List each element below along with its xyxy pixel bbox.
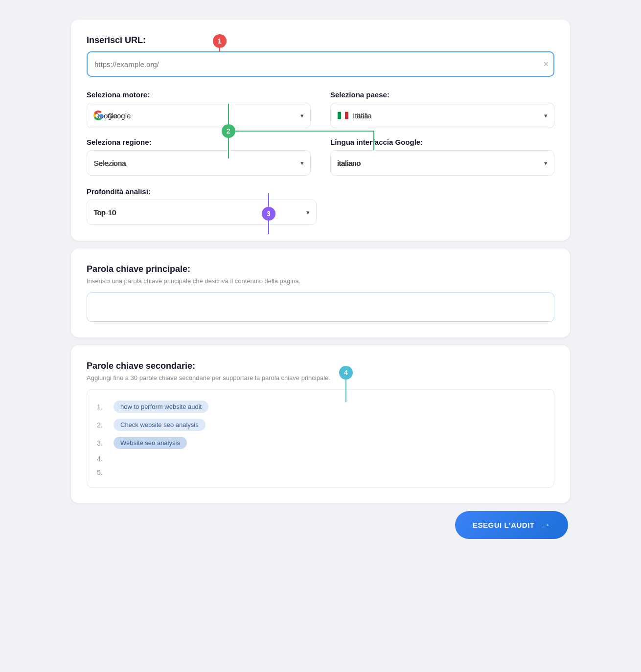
primary-kw-subtitle: Inserisci una parola chiave principale c…: [87, 277, 554, 285]
kw-item-4[interactable]: 4.: [97, 452, 544, 466]
depth-select[interactable]: Top-10 Top-20 Top-30: [87, 200, 317, 225]
url-label: Inserisci URL:: [87, 35, 554, 45]
submit-button[interactable]: ESEGUI L'AUDIT →: [455, 511, 568, 539]
submit-arrow-icon: →: [542, 520, 551, 530]
url-clear-button[interactable]: ×: [543, 59, 549, 69]
depth-label: Profondità analisi:: [87, 187, 317, 196]
region-select[interactable]: Seleziona: [87, 150, 311, 176]
url-input[interactable]: [87, 51, 554, 77]
submit-row: ESEGUI L'AUDIT →: [71, 511, 570, 544]
secondary-kw-list: 1. how to perform website audit 2. Check…: [87, 389, 554, 488]
primary-kw-title: Parola chiave principale:: [87, 264, 554, 274]
country-select[interactable]: Italia: [330, 103, 554, 128]
secondary-kw-subtitle: Aggiungi fino a 30 parole chiave seconda…: [87, 374, 554, 381]
kw-item-5[interactable]: 5.: [97, 466, 544, 479]
engine-label: Seleziona motore:: [87, 90, 311, 99]
primary-kw-input[interactable]: [87, 292, 554, 322]
engine-select[interactable]: Google: [87, 103, 311, 128]
language-label: Lingua interfaccia Google:: [330, 138, 554, 146]
kw-item-3[interactable]: 3. Website seo analysis: [97, 434, 544, 452]
language-select[interactable]: italiano: [330, 150, 554, 176]
region-label: Seleziona regione:: [87, 138, 311, 146]
secondary-kw-title: Parole chiave secondarie:: [87, 361, 554, 371]
country-label: Seleziona paese:: [330, 90, 554, 99]
kw-item-2[interactable]: 2. Check website seo analysis: [97, 416, 544, 434]
kw-item-1[interactable]: 1. how to perform website audit: [97, 398, 544, 416]
